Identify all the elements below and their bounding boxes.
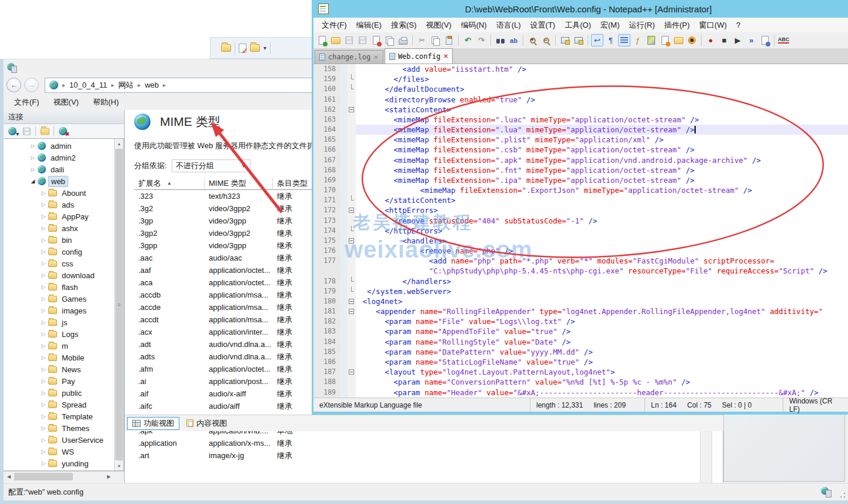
snippet-icon[interactable] — [659, 34, 671, 46]
close-all-icon[interactable] — [383, 34, 396, 46]
function-list-icon[interactable]: ƒ — [632, 34, 644, 46]
save-macro-icon[interactable] — [759, 34, 771, 46]
fold-margin[interactable] — [348, 296, 356, 306]
iis-titlebar[interactable] — [4, 59, 309, 75]
npp-menu-item[interactable]: 宏(M) — [596, 18, 625, 32]
document-map-icon[interactable] — [645, 34, 657, 46]
code-line[interactable]: 161 <directoryBrowse enabled="true" /> — [313, 95, 848, 105]
code-line[interactable]: 188 <param name="ConversionPattern" valu… — [313, 377, 848, 387]
save-icon[interactable] — [343, 34, 355, 46]
tree-item-yunding[interactable]: ▷yunding — [4, 458, 114, 469]
collapsed-arrow-icon[interactable]: ▷ — [40, 284, 47, 290]
npp-menu-item[interactable]: 插件(P) — [660, 18, 695, 32]
npp-menu-item[interactable]: 运行(R) — [624, 18, 659, 32]
code-line[interactable]: 179 </system.webServer> — [313, 286, 848, 296]
fold-margin[interactable] — [348, 74, 356, 84]
tree-item-images[interactable]: ▷images — [4, 305, 114, 316]
delete-connection-icon[interactable]: ✖ — [58, 126, 68, 136]
code-line[interactable]: 183 <param name="AppendToFile" value="tr… — [313, 326, 848, 336]
tree-item-m[interactable]: ▷m — [4, 340, 114, 352]
scroll-up-icon[interactable]: ▴ — [115, 139, 123, 148]
collapsed-arrow-icon[interactable]: ▷ — [29, 155, 36, 161]
code-line[interactable]: 180 <log4net> — [313, 296, 848, 306]
fold-collapse-icon[interactable] — [349, 309, 354, 314]
code-line[interactable]: 162 <staticContent> — [313, 105, 848, 115]
tree-horizontal-scrollbar[interactable]: ◀ ▶ — [4, 471, 124, 482]
table-row[interactable]: .artimage/x-jg继承 — [134, 449, 446, 462]
collapsed-arrow-icon[interactable]: ▷ — [40, 378, 47, 384]
collapsed-arrow-icon[interactable]: ▷ — [40, 249, 47, 255]
editor-tab-web-config[interactable]: Web.config✕ — [385, 48, 453, 64]
tree-item-public[interactable]: ▷public — [4, 387, 114, 399]
code-line[interactable]: 185 <param name="DatePattern" value="yyy… — [313, 347, 848, 357]
save-all-icon[interactable] — [356, 34, 369, 46]
fold-collapse-icon[interactable] — [349, 369, 354, 375]
scrollbar-thumb[interactable] — [14, 473, 73, 480]
zoom-out-icon[interactable]: − — [540, 34, 552, 46]
breadcrumb-item[interactable]: 网站 — [118, 80, 133, 91]
fold-margin[interactable] — [348, 115, 356, 125]
collapsed-arrow-icon[interactable]: ▷ — [40, 213, 47, 219]
scroll-left-icon[interactable]: ◀ — [4, 472, 14, 481]
collapsed-arrow-icon[interactable]: ▷ — [40, 190, 47, 196]
group-by-dropdown[interactable]: 不进行分组 ▼ — [172, 159, 251, 172]
view-tab-content[interactable]: 内容视图 — [182, 417, 232, 430]
replace-icon[interactable]: ab — [508, 34, 520, 46]
indent-guide-icon[interactable] — [618, 34, 630, 46]
create-connection-icon[interactable]: ▾ — [7, 126, 18, 136]
new-file-icon[interactable] — [316, 34, 328, 46]
tree-item-pay[interactable]: ▷Pay — [4, 375, 114, 387]
collapsed-arrow-icon[interactable]: ▷ — [40, 202, 47, 208]
collapsed-arrow-icon[interactable]: ▷ — [40, 272, 47, 278]
stop-macro-icon[interactable]: ■ — [718, 34, 730, 46]
collapsed-arrow-icon[interactable]: ▷ — [40, 319, 47, 325]
fold-margin[interactable] — [348, 347, 356, 357]
fold-margin[interactable] — [348, 367, 356, 377]
code-line[interactable]: 170 <mimeMap fileExtension=".ExportJson"… — [313, 185, 848, 195]
tree-item-ws[interactable]: ▷WS — [4, 446, 114, 458]
code-line[interactable]: 165 <mimeMap fileExtension=".plist" mime… — [313, 135, 848, 145]
forward-button[interactable]: → — [24, 78, 39, 92]
scroll-down-icon[interactable]: ▾ — [115, 461, 123, 470]
dropdown-arrow-icon[interactable]: ▾ — [263, 45, 266, 51]
code-line[interactable]: 184 <param name="RollingStyle" value="Da… — [313, 337, 848, 347]
fold-margin[interactable] — [348, 125, 356, 135]
editor-tab-change-log[interactable]: change.log✕ — [315, 50, 383, 64]
code-line[interactable]: 186 <param name="StaticLogFileName" valu… — [313, 357, 848, 367]
tree-item-abount[interactable]: ▷Abount — [4, 187, 114, 199]
tree-item-ashx[interactable]: ▷ashx — [4, 222, 114, 234]
folder-workspace-icon[interactable] — [672, 34, 685, 46]
column-header-1[interactable]: 扩展名▲ — [134, 177, 205, 190]
folder-icon[interactable] — [250, 44, 260, 52]
fold-margin[interactable] — [348, 377, 356, 387]
tab-close-icon[interactable]: ✕ — [443, 53, 448, 59]
collapsed-arrow-icon[interactable]: ▷ — [40, 343, 47, 349]
code-line[interactable]: 164 <mimeMap fileExtension=".lua" mimeTy… — [313, 125, 848, 135]
tree-item-admin[interactable]: ▷admin — [4, 140, 114, 152]
code-line[interactable]: 167 <mimeMap fileExtension=".apk" mimeTy… — [313, 155, 848, 165]
add-website-icon[interactable] — [39, 126, 50, 136]
npp-menu-item[interactable]: ? — [732, 19, 745, 31]
collapsed-arrow-icon[interactable]: ▷ — [40, 449, 47, 455]
show-all-chars-icon[interactable]: ¶ — [605, 34, 617, 46]
zoom-in-icon[interactable]: + — [526, 34, 539, 46]
tree-item-template[interactable]: ▷Template — [4, 410, 114, 422]
collapsed-arrow-icon[interactable]: ▷ — [40, 437, 47, 443]
npp-menu-item[interactable]: 视图(V) — [421, 18, 456, 32]
view-tab-features[interactable]: 功能视图 — [127, 417, 179, 430]
tree-item-download[interactable]: ▷download — [4, 269, 114, 281]
iis-menu-item[interactable]: 帮助(H) — [87, 95, 125, 109]
undo-icon[interactable]: ↶ — [462, 34, 474, 46]
fold-margin[interactable] — [348, 185, 356, 195]
tree-item-admin2[interactable]: ▷admin2 — [4, 152, 114, 163]
run-macro-multi-icon[interactable]: » — [745, 34, 757, 46]
npp-menu-item[interactable]: 窗口(W) — [695, 18, 732, 32]
collapsed-arrow-icon[interactable]: ▷ — [40, 308, 47, 313]
npp-menu-item[interactable]: 设置(T) — [526, 18, 560, 32]
fold-margin[interactable] — [348, 175, 356, 185]
npp-titlebar[interactable]: D:\web\WebRoot\Front\Web.config - Notepa… — [313, 0, 848, 18]
document-check-icon[interactable]: ✓ — [239, 44, 246, 53]
column-header-2[interactable]: MIME 类型 — [205, 177, 273, 190]
code-line[interactable]: 163 <mimeMap fileExtension=".luac" mimeT… — [313, 115, 848, 125]
play-macro-icon[interactable]: ▶ — [732, 34, 744, 46]
